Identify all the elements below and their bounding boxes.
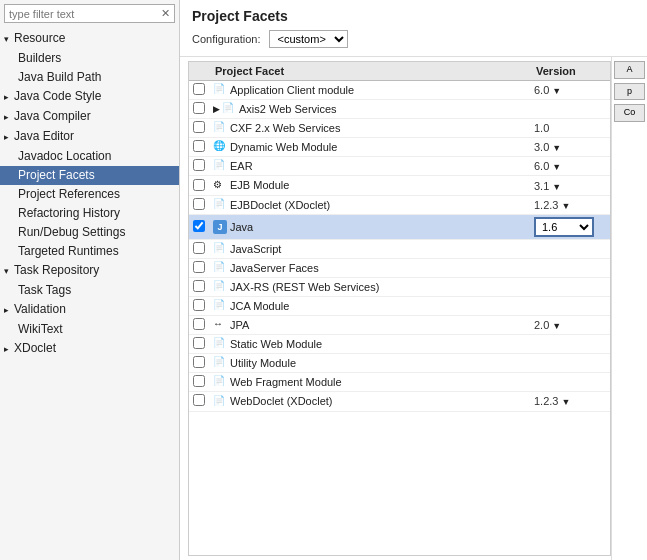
expand-arrow: ▾: [4, 263, 14, 280]
config-select[interactable]: <custom>: [269, 30, 348, 48]
sidebar-item-label: Task Tags: [18, 283, 71, 297]
row-version-cell: 6.0▼: [530, 81, 610, 100]
row-checkbox[interactable]: [193, 261, 205, 273]
row-checkbox[interactable]: [193, 179, 205, 191]
version-text: 6.0: [534, 84, 549, 96]
version-dropdown-arrow[interactable]: ▼: [561, 397, 570, 407]
version-dropdown-arrow[interactable]: ▼: [552, 86, 561, 96]
row-name: JavaServer Faces: [230, 262, 319, 274]
row-name: EJBDoclet (XDoclet): [230, 199, 330, 211]
row-name-cell: 📄JCA Module: [209, 296, 530, 315]
sidebar-item-builders[interactable]: Builders: [0, 49, 179, 68]
row-checkbox[interactable]: [193, 299, 205, 311]
clear-search-icon[interactable]: ✕: [161, 7, 170, 20]
version-dropdown-arrow[interactable]: ▼: [552, 162, 561, 172]
version-select[interactable]: 1.31.41.51.61.7: [534, 217, 594, 237]
row-checkbox[interactable]: [193, 198, 205, 210]
right-panel: A p Co: [611, 57, 647, 560]
sidebar-item-java-compiler[interactable]: ▸Java Compiler: [0, 107, 179, 127]
sidebar-item-javadoc-location[interactable]: Javadoc Location: [0, 147, 179, 166]
row-checkbox[interactable]: [193, 242, 205, 254]
version-text: 2.0: [534, 319, 549, 331]
row-name-cell: 🌐Dynamic Web Module: [209, 138, 530, 157]
row-checkbox[interactable]: [193, 318, 205, 330]
row-version-cell: [530, 335, 610, 354]
row-checkbox[interactable]: [193, 121, 205, 133]
panel-btn-p[interactable]: p: [614, 83, 645, 101]
page-header: Project Facets Configuration: <custom>: [180, 0, 647, 57]
row-name-cell: 📄Web Fragment Module: [209, 373, 530, 392]
version-dropdown-arrow[interactable]: ▼: [552, 321, 561, 331]
sidebar-item-run-debug-settings[interactable]: Run/Debug Settings: [0, 223, 179, 242]
row-checkbox[interactable]: [193, 140, 205, 152]
row-checkbox-cell: [189, 296, 209, 315]
facet-icon: 📄: [213, 261, 227, 275]
row-name-cell: 📄JAX-RS (REST Web Services): [209, 277, 530, 296]
facets-table-container[interactable]: Project Facet Version 📄Application Clien…: [188, 61, 611, 556]
row-checkbox-cell: [189, 138, 209, 157]
row-checkbox[interactable]: [193, 337, 205, 349]
search-bar[interactable]: ✕: [4, 4, 175, 23]
table-row: 📄Static Web Module: [189, 335, 610, 354]
version-dropdown-arrow[interactable]: ▼: [552, 182, 561, 192]
sidebar-item-java-code-style[interactable]: ▸Java Code Style: [0, 87, 179, 107]
row-checkbox[interactable]: [193, 159, 205, 171]
sidebar-item-project-references[interactable]: Project References: [0, 185, 179, 204]
version-text: 3.0: [534, 141, 549, 153]
expand-arrow: ▸: [4, 109, 14, 126]
sidebar-item-project-facets[interactable]: Project Facets: [0, 166, 179, 185]
row-checkbox[interactable]: [193, 102, 205, 114]
row-checkbox-cell: [189, 157, 209, 176]
version-dropdown-arrow[interactable]: ▼: [561, 201, 570, 211]
row-name-cell: 📄WebDoclet (XDoclet): [209, 392, 530, 411]
row-checkbox-cell: [189, 354, 209, 373]
expand-arrow: ▸: [4, 341, 14, 358]
sidebar-item-label: Project References: [18, 187, 120, 201]
panel-btn-co[interactable]: Co: [614, 104, 645, 122]
row-checkbox[interactable]: [193, 280, 205, 292]
sidebar-tree: ▾ResourceBuildersJava Build Path▸Java Co…: [0, 27, 179, 560]
sidebar-item-wikitext[interactable]: WikiText: [0, 320, 179, 339]
facet-icon: 📄: [213, 356, 227, 370]
table-row: 🌐Dynamic Web Module3.0▼: [189, 138, 610, 157]
version-dropdown-arrow[interactable]: ▼: [552, 143, 561, 153]
facets-area: Project Facet Version 📄Application Clien…: [180, 57, 647, 560]
facet-icon: 📄: [213, 242, 227, 256]
version-dropdown-container: 1.31.41.51.61.7: [534, 217, 594, 237]
sidebar-item-label: XDoclet: [14, 341, 56, 355]
row-name-cell: 📄JavaScript: [209, 239, 530, 258]
sidebar-item-java-editor[interactable]: ▸Java Editor: [0, 127, 179, 147]
sidebar-item-label: Refactoring History: [18, 206, 120, 220]
row-name-cell: 📄Application Client module: [209, 81, 530, 100]
facet-icon: 📄: [213, 159, 227, 173]
row-checkbox[interactable]: [193, 394, 205, 406]
table-row: 📄Web Fragment Module: [189, 373, 610, 392]
row-name: Axis2 Web Services: [239, 103, 337, 115]
table-row: 📄EJBDoclet (XDoclet)1.2.3▼: [189, 195, 610, 214]
sidebar-item-validation[interactable]: ▸Validation: [0, 300, 179, 320]
row-checkbox[interactable]: [193, 375, 205, 387]
sidebar-item-refactoring-history[interactable]: Refactoring History: [0, 204, 179, 223]
panel-btn-a[interactable]: A: [614, 61, 645, 79]
facet-icon: 📄: [213, 337, 227, 351]
version-text: 1.2.3: [534, 395, 558, 407]
main-content: Project Facets Configuration: <custom> P…: [180, 0, 647, 560]
row-checkbox[interactable]: [193, 356, 205, 368]
facet-icon: 📄: [213, 83, 227, 97]
expand-icon: ▶: [213, 104, 220, 114]
sidebar-item-label: Project Facets: [18, 168, 95, 182]
row-checkbox[interactable]: [193, 83, 205, 95]
facet-icon: 📄: [213, 395, 227, 409]
search-input[interactable]: [9, 8, 161, 20]
col-version: Version: [530, 62, 610, 81]
row-checkbox[interactable]: [193, 220, 205, 232]
sidebar-item-resource[interactable]: ▾Resource: [0, 29, 179, 49]
facet-icon: 📄: [222, 102, 236, 116]
sidebar-item-xdoclet[interactable]: ▸XDoclet: [0, 339, 179, 359]
sidebar-item-java-build-path[interactable]: Java Build Path: [0, 68, 179, 87]
table-row: 📄EAR6.0▼: [189, 157, 610, 176]
sidebar-item-targeted-runtimes[interactable]: Targeted Runtimes: [0, 242, 179, 261]
sidebar-item-task-repository[interactable]: ▾Task Repository: [0, 261, 179, 281]
sidebar-item-task-tags[interactable]: Task Tags: [0, 281, 179, 300]
table-row: 📄WebDoclet (XDoclet)1.2.3▼: [189, 392, 610, 411]
